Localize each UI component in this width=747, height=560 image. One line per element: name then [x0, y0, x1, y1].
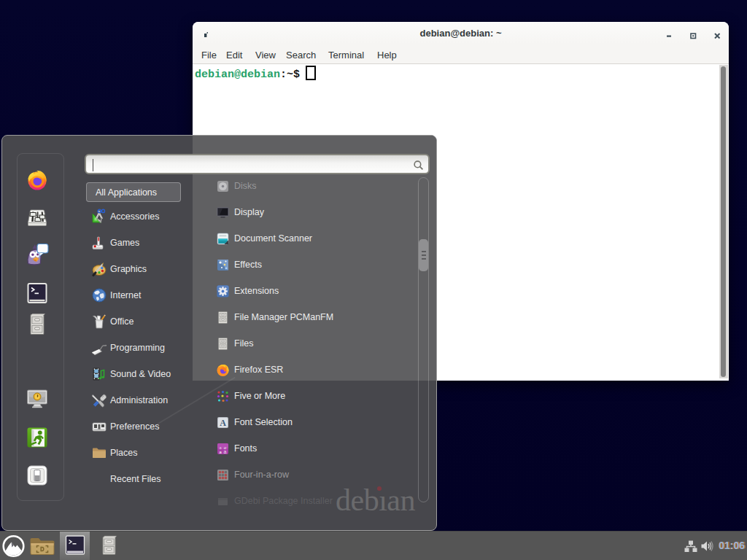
svg-text:a: a	[219, 449, 222, 455]
svg-text:a: a	[224, 449, 227, 454]
svg-text:A: A	[220, 418, 226, 428]
